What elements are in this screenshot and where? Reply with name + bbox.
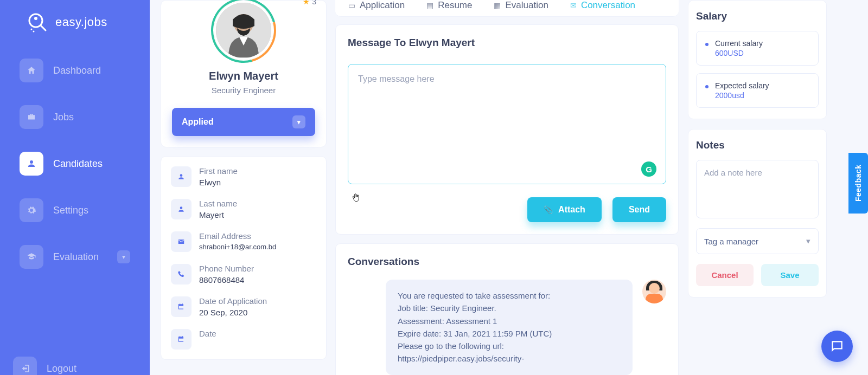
chevron-down-icon: ▾ [292,115,305,128]
tab-label: Application [360,0,405,11]
detail-label: First name [199,166,238,176]
tab-conversation[interactable]: ✉Conversation [567,0,639,11]
svg-point-4 [33,31,35,33]
sidebar-item-evaluation[interactable]: Evaluation ▾ [13,240,137,274]
calendar-icon [171,329,192,350]
message-title: Message To Elwyn Mayert [348,37,666,49]
dot-icon [705,43,709,46]
sidebar-item-jobs[interactable]: Jobs [13,100,137,134]
send-button[interactable]: Send [612,197,666,222]
tab-resume[interactable]: ▤Resume [423,0,475,11]
chevron-down-icon: ▾ [117,250,130,263]
message-line: Expire date: 31 Jan, 2021 11:59 PM (UTC) [398,327,621,340]
tab-label: Resume [438,0,472,11]
tab-label: Conversation [581,0,635,11]
rating-value: 3 [312,0,316,6]
sidebar-item-settings[interactable]: Settings [13,193,137,228]
sidebar-item-dashboard[interactable]: Dashboard [13,53,137,88]
detail-extra: Date [171,329,316,350]
profile-card: ★ 3 Elwyn Mayert Security Engineer Appli… [161,0,327,147]
message-card: Message To Elwyn Mayert G 📎Attach Send [335,24,679,235]
detail-phone: Phone Number8807668484 [171,264,316,285]
logo[interactable]: easy.jobs [26,11,137,34]
avatar [214,1,273,60]
details-card: First nameElwyn Last nameMayert Email Ad… [161,156,327,360]
status-dropdown[interactable]: Applied ▾ [172,108,315,136]
detail-value: shraboni+18@ar.com.bd [199,243,276,251]
sidebar-item-label: Settings [53,205,88,216]
sidebar-item-label: Dashboard [53,65,101,76]
briefcase-icon [20,105,43,129]
send-label: Send [629,205,650,215]
notes-title: Notes [696,139,819,151]
message-line: Job title: Security Engineer. [398,302,621,314]
home-icon [20,59,43,82]
svg-line-2 [41,25,46,30]
salary-label: Current salary [715,39,763,48]
user-icon [171,199,192,219]
sidebar-item-label: Logout [47,363,76,374]
status-label: Applied [182,117,214,127]
tab-application[interactable]: ▭Application [345,0,408,11]
right-column: Salary Current salary600USD Expected sal… [688,0,827,375]
detail-label: Date of Application [199,296,267,306]
message-line: You are requested to take assessment for… [398,289,621,302]
profile-column: ★ 3 Elwyn Mayert Security Engineer Appli… [161,0,327,375]
salary-value: 2000usd [715,91,769,100]
message-input[interactable] [348,64,666,184]
svg-point-3 [31,29,33,30]
tab-evaluation[interactable]: ▦Evaluation [490,0,551,11]
rating-badge: ★ 3 [303,0,316,6]
sidebar-item-logout[interactable]: Logout [13,357,76,375]
mail-icon [171,231,192,252]
chat-fab[interactable] [821,331,853,362]
save-button[interactable]: Save [761,264,819,286]
tag-label: Tag a manager [704,237,758,246]
detail-last-name: Last nameMayert [171,199,316,219]
tag-manager-select[interactable]: Tag a manager ▾ [696,228,819,254]
star-icon: ★ [303,0,310,6]
salary-title: Salary [696,10,819,22]
note-input[interactable] [696,160,819,218]
attach-button[interactable]: 📎Attach [527,197,602,222]
graduation-icon [20,245,43,269]
document-icon: ▭ [348,1,355,10]
detail-label: Date [199,329,216,338]
conversations-card: Conversations You are requested to take … [335,243,679,375]
sidebar-item-label: Evaluation [53,251,99,263]
dot-icon [705,85,709,88]
message-line: https://piedpiper.easy.jobs/security- [398,352,621,365]
salary-value: 600USD [715,49,763,57]
detail-value: 8807668484 [199,275,254,285]
logout-icon [13,357,37,375]
message-line: Assessment: Assessment 1 [398,315,621,327]
message-bubble: You are requested to take assessment for… [386,280,633,375]
resume-icon: ▤ [426,1,433,10]
feedback-tab[interactable]: Feedback [848,153,868,214]
paperclip-icon: 📎 [544,205,553,214]
sidebar-item-label: Candidates [53,158,103,170]
detail-value: Elwyn [199,178,238,187]
detail-label: Phone Number [199,264,254,273]
detail-email: Email Addressshraboni+18@ar.com.bd [171,231,316,252]
cursor-icon [351,193,362,204]
message-line: Please go to the following url: [398,340,621,352]
conversations-title: Conversations [348,256,666,268]
sidebar: easy.jobs Dashboard Jobs Candidates Sett… [0,0,150,375]
candidate-title: Security Engineer [172,86,315,95]
cancel-button[interactable]: Cancel [696,264,754,286]
logo-icon [26,11,49,34]
notes-card: Notes Tag a manager ▾ Cancel Save [688,129,827,298]
sidebar-item-candidates[interactable]: Candidates [13,146,137,181]
chat-icon: ✉ [570,1,577,10]
grammarly-icon[interactable]: G [641,161,656,177]
expected-salary-box: Expected salary2000usd [696,73,819,108]
user-icon [20,152,43,176]
svg-point-1 [34,17,37,20]
main-column: ▭Application ▤Resume ▦Evaluation ✉Conver… [335,0,679,375]
chat-icon [830,339,844,353]
detail-value: Mayert [199,210,237,219]
candidate-name: Elwyn Mayert [172,70,315,82]
detail-label: Email Address [199,231,276,241]
grid-icon: ▦ [494,1,501,10]
